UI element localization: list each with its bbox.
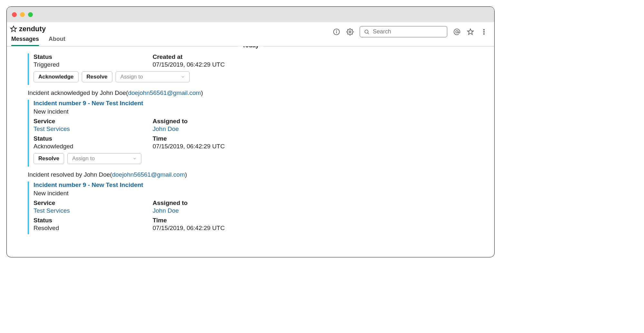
chevron-down-icon [133,157,137,161]
tab-about[interactable]: About [49,36,65,46]
acknowledge-button[interactable]: Acknowledge [33,71,79,82]
date-divider: Today [7,46,494,53]
svg-line-6 [368,32,369,34]
titlebar [7,7,494,22]
incident-title-link[interactable]: Incident number 9 - New Test Incident [33,181,488,189]
status-value: Triggered [33,61,153,68]
chevron-down-icon [181,75,185,79]
star-outline-icon[interactable] [467,28,474,36]
star-icon[interactable] [10,25,17,32]
status-label: Status [33,217,153,224]
search-input[interactable] [373,28,443,35]
close-icon[interactable] [12,12,17,17]
service-link[interactable]: Test Services [33,125,153,133]
date-label: Today [238,46,263,49]
time-label: Time [153,135,272,142]
status-label: Status [33,53,153,60]
svg-marker-8 [468,29,473,34]
channel-title: zenduty [19,25,46,33]
svg-point-7 [456,31,458,33]
email-link[interactable]: doejohn56561@gmail.com [128,89,201,96]
assigned-link[interactable]: John Doe [153,125,272,133]
gear-icon[interactable] [346,28,354,36]
assign-to-select[interactable]: Assign to [67,153,141,164]
channel-tabs: Messages About [9,36,65,46]
incident-title-link[interactable]: Incident number 9 - New Test Incident [33,100,488,107]
service-label: Service [33,118,153,125]
maximize-icon[interactable] [28,12,33,17]
info-icon[interactable] [333,28,340,36]
service-label: Service [33,199,153,207]
email-link[interactable]: doejohn56561@gmail.com [112,171,185,178]
incident-card-3: Incident number 9 - New Test Incident Ne… [28,181,488,234]
ack-message-line: Incident acknowledged by John Doe(doejoh… [28,89,488,97]
time-label: Time [153,217,272,224]
status-value: Resolved [33,225,153,232]
more-icon[interactable] [480,28,488,36]
svg-marker-0 [11,26,16,32]
search-icon [364,29,370,35]
assign-to-select[interactable]: Assign to [116,71,190,82]
svg-point-10 [484,31,485,32]
svg-point-3 [336,30,337,30]
service-link[interactable]: Test Services [33,207,153,214]
resolved-message-line: Incident resolved by John Doe(doejohn565… [28,171,488,178]
assigned-link[interactable]: John Doe [153,207,272,214]
created-label: Created at [153,53,272,60]
minimize-icon[interactable] [20,12,25,17]
status-label: Status [33,135,153,142]
messages-body: Today Status Triggered Created at 07/15/… [7,46,494,257]
app-window: zenduty Messages About [6,6,495,257]
incident-subtitle: New incident [33,190,488,197]
assign-to-label: Assign to [72,155,95,162]
status-value: Acknowledged [33,143,153,150]
channel-header: zenduty Messages About [7,22,494,46]
svg-point-4 [349,31,351,33]
incident-card-2: Incident number 9 - New Test Incident Ne… [28,100,488,167]
resolve-button[interactable]: Resolve [33,153,64,164]
time-value: 07/15/2019, 06:42:29 UTC [153,225,272,232]
assign-to-label: Assign to [120,74,143,80]
assigned-label: Assigned to [153,118,272,125]
svg-point-5 [365,30,368,33]
search-box[interactable] [360,26,447,37]
mentions-icon[interactable] [453,28,461,36]
created-value: 07/15/2019, 06:42:29 UTC [153,61,272,68]
time-value: 07/15/2019, 06:42:29 UTC [153,143,272,150]
tab-messages[interactable]: Messages [11,36,39,46]
svg-point-11 [484,33,485,34]
channel-title-row: zenduty [9,25,65,33]
resolve-button[interactable]: Resolve [82,71,112,82]
incident-subtitle: New incident [33,108,488,115]
svg-point-9 [484,29,485,30]
incident-card-1: Status Triggered Created at 07/15/2019, … [28,53,488,85]
assigned-label: Assigned to [153,199,272,207]
